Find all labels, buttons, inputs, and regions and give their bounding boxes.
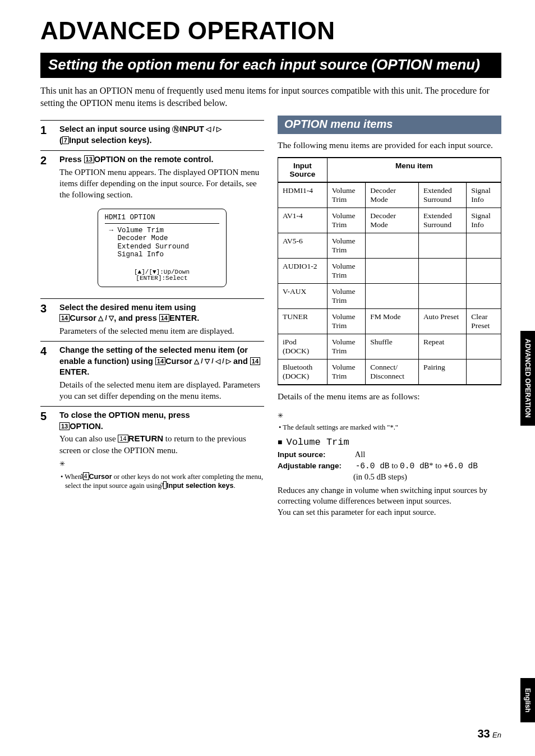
text: . bbox=[197, 314, 199, 322]
th-menu-item: Menu item bbox=[327, 158, 501, 182]
table-row: AV5-6Volume Trim bbox=[278, 233, 501, 259]
boxed-ref: 13 bbox=[59, 422, 70, 430]
table-cell: Signal Info bbox=[467, 208, 501, 233]
table-cell: Bluetooth (DOCK) bbox=[278, 359, 328, 385]
note-bullet: • When 14Cursor or other keys do not wor… bbox=[59, 472, 264, 491]
table-cell bbox=[418, 284, 466, 309]
boxed-ref: 7 bbox=[62, 136, 69, 144]
table-cell: AV1-4 bbox=[278, 208, 328, 233]
range-val: -6.0 dB bbox=[356, 462, 390, 471]
step-number: 5 bbox=[40, 410, 52, 490]
text: , and press bbox=[114, 314, 159, 322]
table-cell: Connect/ Disconnect bbox=[366, 359, 419, 385]
key-option: OPTION bbox=[94, 155, 126, 164]
arrow-up-down-icon: △ / ▽ bbox=[96, 314, 114, 322]
default-note: • The default settings are marked with "… bbox=[278, 423, 501, 432]
range-val: +6.0 dB bbox=[444, 462, 478, 471]
key-return: RETURN bbox=[128, 434, 164, 443]
osd-hint-line: [▲]/[▼]:Up/Down bbox=[134, 269, 190, 275]
text: to bbox=[390, 461, 400, 470]
detail-title: Volume Trim bbox=[286, 437, 349, 448]
table-cell: Clear Preset bbox=[467, 309, 501, 334]
table-cell: Volume Trim bbox=[327, 284, 365, 309]
table-cell bbox=[467, 233, 501, 259]
text: You can also use bbox=[59, 434, 118, 443]
text: Select an input source using bbox=[59, 125, 172, 133]
step-2: 2 Press 13OPTION on the remote control. … bbox=[40, 150, 264, 293]
right-column: OPTION menu items The following menu ite… bbox=[278, 116, 501, 518]
input-source-label: Input source: bbox=[278, 450, 353, 460]
page-num-suffix: En bbox=[492, 731, 501, 739]
table-cell: Decoder Mode bbox=[366, 208, 419, 233]
arrow-left-right-icon: ◁ / ▷ bbox=[204, 125, 222, 133]
intro-paragraph: This unit has an OPTION menu of frequent… bbox=[40, 85, 501, 109]
table-cell: Volume Trim bbox=[327, 309, 365, 334]
adjustable-range-label: Adjustable range: bbox=[278, 461, 353, 471]
step-4: 4 Change the setting of the selected men… bbox=[40, 341, 264, 402]
side-tab-label: English bbox=[524, 688, 532, 712]
th-input-source: Input Source bbox=[278, 158, 328, 182]
boxed-ref: 13 bbox=[84, 155, 94, 163]
detail-heading: ■ Volume Trim bbox=[278, 436, 501, 449]
table-cell: Volume Trim bbox=[327, 233, 365, 259]
key-input-selection: Input selection keys bbox=[69, 136, 147, 145]
tip-icon bbox=[278, 412, 289, 421]
table-cell: Decoder Mode bbox=[366, 182, 419, 208]
table-row: AV1-4Volume TrimDecoder ModeExtended Sur… bbox=[278, 208, 501, 233]
option-table: Input Source Menu item HDMI1-4Volume Tri… bbox=[278, 157, 501, 385]
boxed-ref: 14 bbox=[250, 357, 260, 365]
detail-desc: Reduces any change in volume when switch… bbox=[278, 485, 501, 507]
side-tab-label: ADVANCED OPERATION bbox=[524, 339, 532, 418]
text: To close the OPTION menu, press bbox=[59, 411, 190, 420]
table-cell: iPod (DOCK) bbox=[278, 334, 328, 359]
text: The default settings are marked with "*.… bbox=[283, 423, 398, 431]
key-enter: ENTER bbox=[169, 314, 197, 322]
page-number: 33 En bbox=[477, 727, 501, 740]
table-row: iPod (DOCK)Volume TrimShuffleRepeat bbox=[278, 334, 501, 359]
table-cell bbox=[418, 259, 466, 284]
osd-panel: HDMI1 OPTION → Volume Trim Decoder Mode … bbox=[98, 209, 227, 287]
table-cell: Signal Info bbox=[467, 182, 501, 208]
tip-icon bbox=[59, 459, 71, 468]
text: Press bbox=[59, 155, 84, 164]
table-cell: Volume Trim bbox=[327, 334, 365, 359]
table-cell: HDMI1-4 bbox=[278, 182, 328, 208]
table-cell: AV5-6 bbox=[278, 233, 328, 259]
text: . bbox=[87, 367, 89, 376]
table-row: HDMI1-4Volume TrimDecoder ModeExtended S… bbox=[278, 182, 501, 208]
key-cursor: Cursor bbox=[89, 473, 112, 481]
table-cell bbox=[467, 259, 501, 284]
left-column: 1 Select an input source using NINPUT ◁ … bbox=[40, 116, 264, 518]
table-cell: Volume Trim bbox=[327, 259, 365, 284]
text: . bbox=[233, 482, 235, 490]
side-tab-advanced: ADVANCED OPERATION bbox=[520, 331, 535, 426]
osd-hint-line: [ENTER]:Select bbox=[136, 275, 187, 282]
step-number: 4 bbox=[40, 345, 52, 402]
page-main-title: ADVANCED OPERATION bbox=[40, 17, 501, 45]
arrow-all-icon: △ / ▽ / ◁ / ▷ bbox=[192, 357, 231, 365]
text: on the remote control. bbox=[125, 155, 213, 164]
after-table-text: Details of the menu items are as follows… bbox=[278, 391, 501, 403]
section-title: Setting the option menu for each input s… bbox=[40, 53, 501, 78]
table-cell bbox=[418, 233, 466, 259]
table-row: Bluetooth (DOCK)Volume TrimConnect/ Disc… bbox=[278, 359, 501, 385]
table-cell: V-AUX bbox=[278, 284, 328, 309]
step-body-text: Parameters of the selected menu item are… bbox=[59, 325, 264, 336]
range-step: (in 0.5 dB steps) bbox=[278, 472, 501, 483]
text: and bbox=[231, 357, 250, 366]
table-cell bbox=[366, 284, 419, 309]
range-val: 0.0 dB bbox=[400, 462, 429, 471]
key-cursor: Cursor bbox=[165, 357, 192, 366]
key-input-selection: Input selection keys bbox=[167, 482, 233, 490]
boxed-ref: 14 bbox=[155, 357, 165, 365]
step-body-text: Details of the selected menu item are di… bbox=[59, 379, 264, 402]
step-number: 3 bbox=[40, 302, 52, 336]
right-intro: The following menu items are provided fo… bbox=[278, 140, 501, 151]
osd-items: → Volume Trim Decoder Mode Extended Surr… bbox=[105, 227, 219, 259]
step-1: 1 Select an input source using NINPUT ◁ … bbox=[40, 120, 264, 146]
table-cell bbox=[366, 259, 419, 284]
boxed-ref: 14 bbox=[83, 472, 89, 480]
table-cell: Pairing bbox=[418, 359, 466, 385]
table-cell bbox=[467, 284, 501, 309]
key-input: INPUT bbox=[179, 125, 204, 133]
